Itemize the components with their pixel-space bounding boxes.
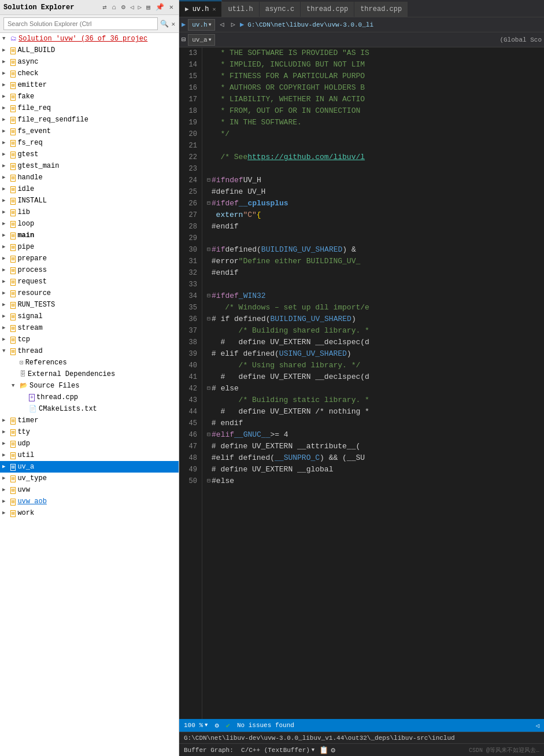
se-forward-icon[interactable]: ▷ bbox=[137, 3, 143, 12]
buffer-icon1[interactable]: 📋 bbox=[319, 746, 328, 755]
scroll-left-icon[interactable]: ◁ bbox=[535, 722, 539, 729]
tree-item-uv_a[interactable]: ▶⊞uv_a bbox=[0, 461, 179, 473]
expand-icon-tty[interactable]: ▶ bbox=[2, 426, 10, 438]
se-sync-icon[interactable]: ⇄ bbox=[101, 2, 108, 12]
expand-icon-handle[interactable]: ▶ bbox=[2, 172, 10, 183]
expand-icon-uv_type[interactable]: ▶ bbox=[2, 473, 10, 484]
tree-item-file_req_sendfile[interactable]: ▶⊞file_req_sendfile bbox=[0, 114, 179, 126]
expand-icon-uv_a[interactable]: ▶ bbox=[2, 461, 10, 473]
tree-item-process[interactable]: ▶⊞process bbox=[0, 264, 179, 276]
tree-item-gtest[interactable]: ▶⊞gtest bbox=[0, 149, 179, 160]
settings-icon-status[interactable]: ⚙ bbox=[214, 721, 219, 730]
tab-util-h[interactable]: util.h bbox=[222, 2, 259, 17]
search-input[interactable] bbox=[3, 17, 158, 30]
tree-item-CMakeLists_txt[interactable]: 📄CMakeLists.txt bbox=[0, 403, 179, 415]
se-back-icon[interactable]: ◁ bbox=[129, 3, 135, 12]
expand-icon-uvw[interactable]: ▶ bbox=[2, 484, 10, 496]
expand-icon-idle[interactable]: ▶ bbox=[2, 183, 10, 195]
expand-icon-uvw_aob[interactable]: ▶ bbox=[2, 496, 10, 507]
buffer-dropdown-icon[interactable]: ▼ bbox=[312, 747, 314, 753]
solution-root-item[interactable]: ▼ 🗂 Solution 'uvw' (36 of 36 projec bbox=[0, 33, 179, 45]
code-content[interactable]: * THE SOFTWARE IS PROVIDED "AS IS * IMPL… bbox=[202, 47, 544, 719]
expand-icon-fs_req[interactable]: ▶ bbox=[2, 137, 10, 149]
expand-icon-tcp[interactable]: ▶ bbox=[2, 334, 10, 345]
expand-icon-async[interactable]: ▶ bbox=[2, 56, 10, 68]
expand-icon-emitter[interactable]: ▶ bbox=[2, 79, 10, 91]
expand-icon-pipe[interactable]: ▶ bbox=[2, 241, 10, 253]
se-settings-icon[interactable]: ⚙ bbox=[120, 2, 127, 12]
expand-icon-timer[interactable]: ▶ bbox=[2, 415, 10, 426]
expand-icon-INSTALL[interactable]: ▶ bbox=[2, 195, 10, 206]
expand-icon-stream[interactable]: ▶ bbox=[2, 322, 10, 334]
tree-item-ALL_BUILD[interactable]: ▶⊞ALL_BUILD bbox=[0, 45, 179, 56]
tree-item-check[interactable]: ▶⊞check bbox=[0, 68, 179, 79]
tab-uv-h-close[interactable]: ✕ bbox=[212, 6, 216, 13]
expand-icon-signal[interactable]: ▶ bbox=[2, 311, 10, 322]
tree-item-fs_req[interactable]: ▶⊞fs_req bbox=[0, 137, 179, 149]
expand-icon-ALL_BUILD[interactable]: ▶ bbox=[2, 45, 10, 56]
tree-item-async[interactable]: ▶⊞async bbox=[0, 56, 179, 68]
expand-icon-resource[interactable]: ▶ bbox=[2, 287, 10, 299]
tree-item-RUN_TESTS[interactable]: ▶⊞RUN_TESTS bbox=[0, 299, 179, 311]
se-search-close[interactable]: ✕ bbox=[171, 20, 175, 28]
tree-item-util[interactable]: ▶⊞util bbox=[0, 449, 179, 461]
tree-item-work[interactable]: ▶⊞work bbox=[0, 507, 179, 519]
expand-icon-fs_event[interactable]: ▶ bbox=[2, 126, 10, 137]
expand-icon-util[interactable]: ▶ bbox=[2, 449, 10, 461]
expand-icon-request[interactable]: ▶ bbox=[2, 276, 10, 287]
tree-item-loop[interactable]: ▶⊞loop bbox=[0, 218, 179, 230]
file-dropdown[interactable]: uv.h ▼ bbox=[188, 19, 215, 31]
tree-item-timer[interactable]: ▶⊞timer bbox=[0, 415, 179, 426]
tree-item-lib[interactable]: ▶⊞lib bbox=[0, 206, 179, 218]
tab-thread-cpp-2[interactable]: thread.cpp bbox=[354, 2, 408, 17]
expand-icon-gtest[interactable]: ▶ bbox=[2, 149, 10, 160]
tab-uv-h[interactable]: ▶ uv.h ✕ bbox=[179, 1, 222, 17]
tree-item-thread_cpp[interactable]: +thread.cpp bbox=[0, 392, 179, 403]
expand-icon-main[interactable]: ▶ bbox=[2, 230, 10, 241]
expand-icon-udp[interactable]: ▶ bbox=[2, 438, 10, 449]
tree-item-fake[interactable]: ▶⊞fake bbox=[0, 91, 179, 102]
tree-item-pipe[interactable]: ▶⊞pipe bbox=[0, 241, 179, 253]
tree-item-References[interactable]: ⊡References bbox=[0, 357, 179, 368]
expand-icon-prepare[interactable]: ▶ bbox=[2, 253, 10, 264]
tree-item-thread[interactable]: ▼⊞thread bbox=[0, 345, 179, 357]
tree-item-resource[interactable]: ▶⊞resource bbox=[0, 287, 179, 299]
expand-icon-work[interactable]: ▶ bbox=[2, 507, 10, 519]
tree-item-request[interactable]: ▶⊞request bbox=[0, 276, 179, 287]
expand-icon-fake[interactable]: ▶ bbox=[2, 91, 10, 102]
expand-icon-file_req[interactable]: ▶ bbox=[2, 102, 10, 114]
scope-dropdown[interactable]: uv_a ▼ bbox=[188, 34, 215, 46]
se-pin-icon[interactable]: 📌 bbox=[154, 2, 166, 12]
tree-item-file_req[interactable]: ▶⊞file_req bbox=[0, 102, 179, 114]
tree-item-INSTALL[interactable]: ▶⊞INSTALL bbox=[0, 195, 179, 206]
tree-item-gtest_main[interactable]: ▶⊞gtest_main bbox=[0, 160, 179, 172]
zoom-dropdown-icon[interactable]: ▼ bbox=[205, 722, 208, 728]
tree-item-uv_type[interactable]: ▶⊞uv_type bbox=[0, 473, 179, 484]
tree-item-idle[interactable]: ▶⊞idle bbox=[0, 183, 179, 195]
tree-item-uvw_aob[interactable]: ▶⊞uvw_aob bbox=[0, 496, 179, 507]
tree-item-tty[interactable]: ▶⊞tty bbox=[0, 426, 179, 438]
tab-async-c[interactable]: async.c bbox=[260, 2, 301, 17]
expand-icon-gtest_main[interactable]: ▶ bbox=[2, 160, 10, 172]
expand-icon-thread[interactable]: ▼ bbox=[2, 345, 10, 357]
tree-item-fs_event[interactable]: ▶⊞fs_event bbox=[0, 126, 179, 137]
expand-icon-process[interactable]: ▶ bbox=[2, 264, 10, 276]
tree-item-signal[interactable]: ▶⊞signal bbox=[0, 311, 179, 322]
se-close-icon[interactable]: ✕ bbox=[168, 2, 175, 12]
tree-item-emitter[interactable]: ▶⊞emitter bbox=[0, 79, 179, 91]
expand-icon-lib[interactable]: ▶ bbox=[2, 206, 10, 218]
expand-icon-check[interactable]: ▶ bbox=[2, 68, 10, 79]
tree-item-stream[interactable]: ▶⊞stream bbox=[0, 322, 179, 334]
se-home-icon[interactable]: ⌂ bbox=[110, 3, 117, 12]
tree-item-main[interactable]: ▶⊞main bbox=[0, 230, 179, 241]
tree-item-handle[interactable]: ▶⊞handle bbox=[0, 172, 179, 183]
tree-item-prepare[interactable]: ▶⊞prepare bbox=[0, 253, 179, 264]
se-menu-icon[interactable]: ▤ bbox=[145, 3, 152, 12]
expand-icon-file_req_sendfile[interactable]: ▶ bbox=[2, 114, 10, 126]
tree-item-tcp[interactable]: ▶⊞tcp bbox=[0, 334, 179, 345]
tree-item-Source_Files[interactable]: ▼📂Source Files bbox=[0, 380, 179, 392]
expand-icon-Source_Files[interactable]: ▼ bbox=[12, 380, 20, 392]
nav-next-icon[interactable]: ▷ bbox=[229, 20, 238, 29]
tree-item-uvw[interactable]: ▶⊞uvw bbox=[0, 484, 179, 496]
tree-item-External_Dependencies[interactable]: 🗄External Dependencies bbox=[0, 368, 179, 380]
